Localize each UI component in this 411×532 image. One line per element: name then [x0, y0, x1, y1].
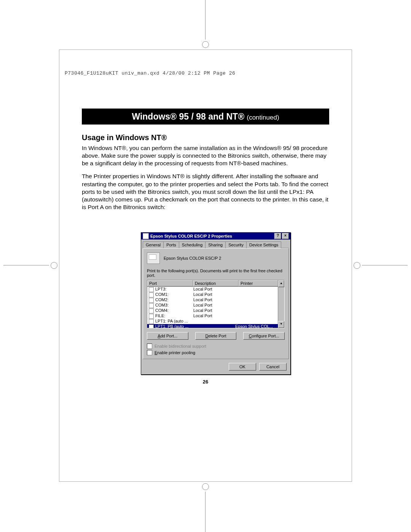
help-button[interactable]: ?: [274, 233, 281, 239]
port-row[interactable]: COM4:Local Port: [147, 308, 284, 313]
tab-body: Epson Stylus COLOR ESC/P 2 Print to the …: [143, 248, 289, 359]
port-row[interactable]: COM1:Local Port: [147, 292, 284, 297]
bidirectional-checkbox-row: Enable bidirectional support: [147, 343, 285, 349]
port-row[interactable]: ✓LPT1: PB (auto ...Epson Stylus COL...: [147, 324, 284, 328]
list-header: Port Description Printer: [147, 280, 284, 287]
paragraph-1: In Windows NT®, you can perform the same…: [82, 144, 329, 167]
configure-port-button[interactable]: Configure Port...: [243, 332, 285, 340]
tab-general[interactable]: General: [143, 241, 164, 248]
pooling-checkbox-row[interactable]: Enable printer pooling: [147, 350, 285, 355]
port-row[interactable]: FILE:Local Port: [147, 313, 284, 319]
bidirectional-checkbox: [147, 343, 152, 349]
subheading: Usage in Windows NT®: [82, 133, 329, 142]
port-checkbox[interactable]: [149, 314, 154, 319]
port-checkbox[interactable]: [149, 303, 154, 308]
port-checkbox[interactable]: [149, 292, 154, 297]
scroll-up-icon[interactable]: ▲: [278, 280, 284, 287]
printer-icon: [147, 252, 160, 264]
tab-security[interactable]: Security: [225, 241, 247, 248]
scrollbar[interactable]: ▲ ▼: [278, 280, 284, 328]
port-row[interactable]: LPT3:Local Port: [147, 287, 284, 292]
title-main: Windows® 95 / 98 and NT®: [132, 112, 244, 121]
port-checkbox[interactable]: [149, 298, 154, 303]
instruction-text: Print to the following port(s). Document…: [147, 268, 285, 278]
col-printer: Printer: [239, 280, 284, 286]
col-description: Description: [193, 280, 239, 286]
tab-sharing[interactable]: Sharing: [205, 241, 226, 248]
tab-scheduling[interactable]: Scheduling: [179, 241, 206, 248]
dialog-titlebar: Epson Stylus COLOR ESC/P 2 Properties ? …: [141, 233, 290, 240]
printer-name-label: Epson Stylus COLOR ESC/P 2: [164, 256, 221, 260]
paragraph-2: The Printer properties in Windows NT® is…: [82, 173, 329, 211]
port-checkbox[interactable]: [149, 319, 154, 324]
pooling-label: nable printer pooling: [157, 350, 195, 355]
printer-properties-dialog: Epson Stylus COLOR ESC/P 2 Properties ? …: [141, 232, 291, 375]
dialog-title-text: Epson Stylus COLOR ESC/P 2 Properties: [150, 233, 232, 240]
close-button[interactable]: ×: [282, 233, 289, 239]
tabs-row: General Ports Scheduling Sharing Securit…: [143, 241, 289, 248]
port-checkbox[interactable]: ✓: [149, 324, 154, 328]
port-row[interactable]: LPT1: PA (auto ...: [147, 319, 284, 324]
printer-titlebar-icon: [143, 233, 149, 239]
title-continued: (continued): [247, 114, 279, 121]
page-number: 26: [0, 379, 411, 385]
port-checkbox[interactable]: [149, 287, 154, 292]
ok-button[interactable]: OK: [229, 363, 256, 371]
ports-listbox[interactable]: Port Description Printer LPT3:Local Port…: [147, 280, 285, 328]
scroll-down-icon[interactable]: ▼: [278, 321, 284, 328]
section-title: Windows® 95 / 98 and NT® (continued): [82, 109, 329, 125]
tab-device-settings[interactable]: Device Settings: [246, 241, 281, 248]
col-port: Port: [147, 280, 193, 286]
port-row[interactable]: COM3:Local Port: [147, 303, 284, 308]
add-port-button[interactable]: Add Port...: [147, 332, 188, 340]
delete-port-button[interactable]: Delete Port: [195, 332, 237, 340]
pooling-checkbox[interactable]: [147, 350, 152, 355]
crop-header: P73046_F1U128uKIT univ_man.qxd 4/28/00 2…: [65, 70, 235, 76]
tab-ports[interactable]: Ports: [163, 241, 179, 248]
port-row[interactable]: COM2:Local Port: [147, 297, 284, 303]
bidirectional-label: Enable bidirectional support: [155, 344, 206, 348]
port-checkbox[interactable]: [149, 308, 154, 313]
cancel-button[interactable]: Cancel: [259, 363, 287, 371]
